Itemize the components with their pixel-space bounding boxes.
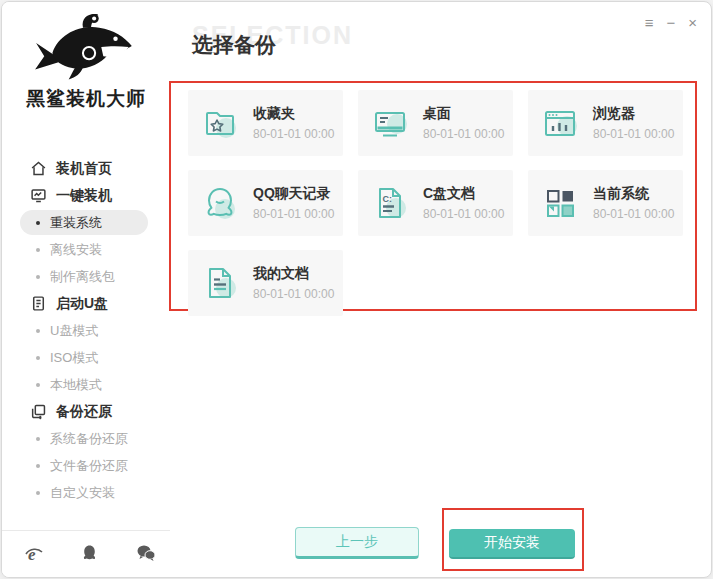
- window-close-button[interactable]: ×: [688, 15, 697, 30]
- browser-icon: [540, 103, 580, 143]
- sidebar-item-offline-install[interactable]: 离线安装: [2, 236, 170, 263]
- qq-chat-icon: [200, 183, 240, 223]
- sidebar-item-label: 本地模式: [50, 376, 102, 394]
- sidebar-item-label: 装机首页: [56, 160, 112, 178]
- app-window: 黑鲨装机大师 装机首页 一键装机 重装系统 离: [1, 1, 712, 578]
- sidebar: 黑鲨装机大师 装机首页 一键装机 重装系统 离: [2, 2, 170, 577]
- backup-card-desktop[interactable]: 桌面 80-01-01 00:00: [358, 90, 513, 156]
- sidebar-item-backup-restore[interactable]: 备份还原: [2, 398, 170, 425]
- sidebar-item-home[interactable]: 装机首页: [2, 155, 170, 182]
- card-date: 80-01-01 00:00: [253, 287, 334, 301]
- bullet-dot: [36, 464, 40, 468]
- window-controls: ≡ − ×: [645, 15, 697, 30]
- card-title: 收藏夹: [253, 105, 334, 123]
- ie-browser-icon[interactable]: e: [24, 544, 44, 564]
- backup-card-my-documents[interactable]: 我的文档 80-01-01 00:00: [188, 250, 343, 316]
- my-documents-icon: [200, 263, 240, 303]
- bullet-dot: [36, 329, 40, 333]
- card-date: 80-01-01 00:00: [423, 127, 504, 141]
- sidebar-footer: e: [2, 530, 170, 577]
- bullet-dot: [36, 437, 40, 441]
- backup-card-c-drive-docs[interactable]: C: C盘文档 80-01-01 00:00: [358, 170, 513, 236]
- window-menu-button[interactable]: ≡: [645, 15, 654, 30]
- sidebar-item-usb-mode[interactable]: U盘模式: [2, 317, 170, 344]
- svg-text:C:: C:: [383, 194, 393, 204]
- desktop-icon: [370, 103, 410, 143]
- current-system-icon: [540, 183, 580, 223]
- shark-logo-icon: [30, 10, 142, 84]
- bullet-dot: [36, 221, 40, 225]
- card-date: 80-01-01 00:00: [253, 127, 334, 141]
- page-title: 选择备份: [192, 31, 276, 59]
- brand-name: 黑鲨装机大师: [2, 86, 170, 112]
- card-title: QQ聊天记录: [253, 185, 334, 203]
- sidebar-item-one-key-install[interactable]: 一键装机: [2, 182, 170, 209]
- card-title: 我的文档: [253, 265, 334, 283]
- home-icon: [30, 160, 47, 177]
- bullet-dot: [36, 275, 40, 279]
- sidebar-item-label: 制作离线包: [50, 268, 115, 286]
- sidebar-item-local-mode[interactable]: 本地模式: [2, 371, 170, 398]
- sidebar-item-label: 重装系统: [50, 214, 102, 232]
- bullet-dot: [36, 248, 40, 252]
- c-drive-doc-icon: C:: [370, 183, 410, 223]
- backup-card-qq-history[interactable]: QQ聊天记录 80-01-01 00:00: [188, 170, 343, 236]
- bullet-dot: [36, 356, 40, 360]
- backup-card-current-system[interactable]: 当前系统 80-01-01 00:00: [528, 170, 683, 236]
- favorites-folder-icon: [200, 103, 240, 143]
- previous-step-button[interactable]: 上一步: [295, 527, 419, 559]
- sidebar-item-label: 一键装机: [56, 187, 112, 205]
- backup-card-browser[interactable]: 浏览器 80-01-01 00:00: [528, 90, 683, 156]
- svg-text:e: e: [28, 545, 36, 564]
- bullet-dot: [36, 491, 40, 495]
- sidebar-item-label: 备份还原: [56, 403, 112, 421]
- sidebar-item-file-backup-restore[interactable]: 文件备份还原: [2, 452, 170, 479]
- sidebar-item-boot-usb[interactable]: 启动U盘: [2, 290, 170, 317]
- backup-restore-icon: [30, 403, 47, 420]
- sidebar-item-reinstall-system[interactable]: 重装系统: [2, 209, 170, 236]
- main-panel: ≡ − × SELECTION 选择备份 收藏夹 80-01-01 00:00: [170, 2, 712, 577]
- card-date: 80-01-01 00:00: [593, 127, 674, 141]
- backup-card-favorites[interactable]: 收藏夹 80-01-01 00:00: [188, 90, 343, 156]
- start-install-button[interactable]: 开始安装: [449, 529, 575, 559]
- sidebar-item-label: 离线安装: [50, 241, 102, 259]
- brand: 黑鲨装机大师: [2, 10, 170, 112]
- card-title: 当前系统: [593, 185, 674, 203]
- card-date: 80-01-01 00:00: [423, 207, 504, 221]
- sidebar-item-custom-install[interactable]: 自定义安装: [2, 479, 170, 506]
- sidebar-item-label: 文件备份还原: [50, 457, 128, 475]
- card-title: C盘文档: [423, 185, 504, 203]
- card-date: 80-01-01 00:00: [593, 207, 674, 221]
- bullet-dot: [36, 383, 40, 387]
- one-key-monitor-icon: [30, 187, 47, 204]
- wechat-icon[interactable]: [136, 544, 156, 564]
- backup-card-grid: 收藏夹 80-01-01 00:00 桌面 80-01-01 00:00: [188, 90, 683, 316]
- sidebar-item-make-offline-pack[interactable]: 制作离线包: [2, 263, 170, 290]
- sidebar-item-label: 自定义安装: [50, 484, 115, 502]
- card-title: 浏览器: [593, 105, 674, 123]
- sidebar-item-label: U盘模式: [50, 322, 98, 340]
- card-title: 桌面: [423, 105, 504, 123]
- usb-boot-doc-icon: [30, 295, 47, 312]
- sidebar-item-label: ISO模式: [50, 349, 98, 367]
- sidebar-item-label: 系统备份还原: [50, 430, 128, 448]
- sidebar-item-label: 启动U盘: [56, 295, 108, 313]
- sidebar-item-iso-mode[interactable]: ISO模式: [2, 344, 170, 371]
- card-date: 80-01-01 00:00: [253, 207, 334, 221]
- sidebar-menu: 装机首页 一键装机 重装系统 离线安装 制作离线包: [2, 155, 170, 506]
- qq-icon[interactable]: [80, 544, 100, 564]
- window-minimize-button[interactable]: −: [666, 15, 675, 30]
- sidebar-item-system-backup-restore[interactable]: 系统备份还原: [2, 425, 170, 452]
